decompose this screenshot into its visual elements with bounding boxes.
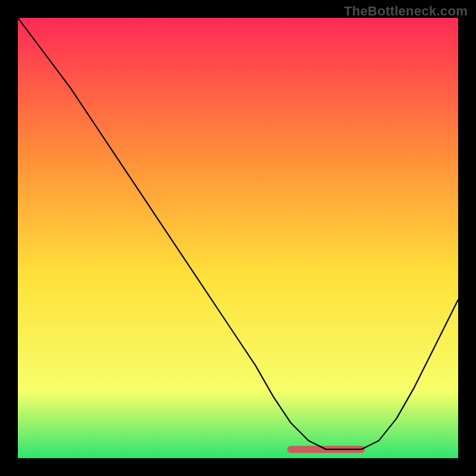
chart-svg xyxy=(18,18,458,458)
plot-area xyxy=(18,18,458,458)
chart-frame: TheBottleneck.com xyxy=(0,0,476,476)
gradient-background xyxy=(18,18,458,458)
watermark-text: TheBottleneck.com xyxy=(344,4,468,19)
